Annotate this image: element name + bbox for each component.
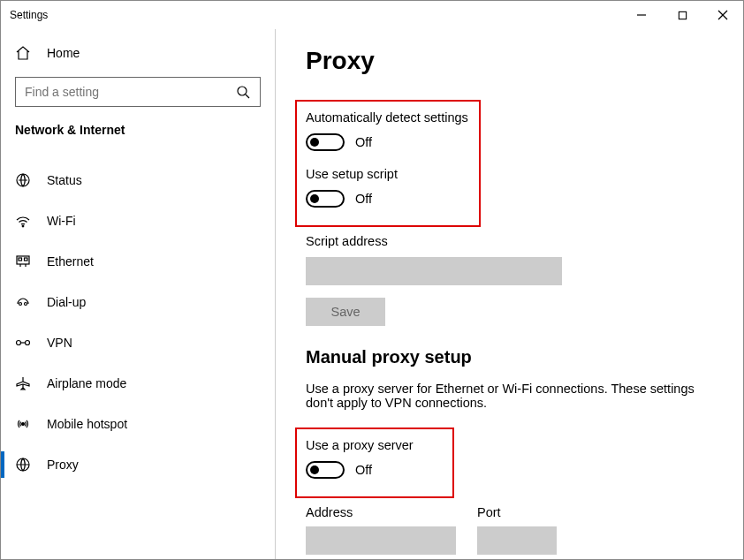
save-button[interactable]: Save <box>306 298 385 326</box>
sidebar-item-label: Dial-up <box>47 295 86 309</box>
svg-point-18 <box>22 423 25 426</box>
proxy-icon <box>15 457 31 473</box>
sidebar-item-label: Ethernet <box>47 254 94 269</box>
sidebar-item-label: Wi-Fi <box>47 214 76 228</box>
search-input[interactable] <box>25 85 235 99</box>
auto-detect-toggle[interactable] <box>306 133 345 151</box>
home-button[interactable]: Home <box>1 36 275 70</box>
window-title: Settings <box>10 9 48 21</box>
sidebar-item-hotspot[interactable]: Mobile hotspot <box>1 404 275 444</box>
search-box[interactable] <box>15 77 261 107</box>
home-icon <box>15 45 31 61</box>
sidebar-item-ethernet[interactable]: Ethernet <box>1 241 275 282</box>
sidebar: Home Network & Internet Status Wi-Fi <box>1 29 275 559</box>
home-label: Home <box>47 46 80 60</box>
window-controls <box>621 1 743 29</box>
wifi-icon <box>15 213 31 229</box>
page-title: Proxy <box>306 47 717 75</box>
vpn-icon <box>15 335 31 351</box>
close-button[interactable] <box>702 1 743 29</box>
highlight-box-manual: Use a proxy server Off <box>295 428 454 498</box>
setup-script-label: Use setup script <box>306 167 468 181</box>
sidebar-nav: Status Wi-Fi Ethernet Dial-up <box>1 160 275 485</box>
sidebar-item-label: Proxy <box>47 458 79 472</box>
sidebar-item-status[interactable]: Status <box>1 160 275 201</box>
hotspot-icon <box>15 416 31 432</box>
use-proxy-state: Off <box>355 463 372 477</box>
use-proxy-toggle[interactable] <box>306 461 345 479</box>
svg-rect-10 <box>25 258 28 261</box>
svg-rect-1 <box>679 11 686 19</box>
highlight-box-auto: Automatically detect settings Off Use se… <box>295 100 481 227</box>
maximize-button[interactable] <box>662 1 702 29</box>
minimize-button[interactable] <box>621 1 662 29</box>
sidebar-item-dialup[interactable]: Dial-up <box>1 282 275 322</box>
manual-description: Use a proxy server for Ethernet or Wi-Fi… <box>306 382 695 410</box>
sidebar-item-label: Status <box>47 173 82 187</box>
script-address-input[interactable] <box>306 257 562 285</box>
titlebar: Settings <box>1 1 743 29</box>
status-icon <box>15 172 31 188</box>
port-input[interactable] <box>477 526 557 555</box>
main-panel: Proxy Automatically detect settings Off … <box>276 29 743 559</box>
script-address-label: Script address <box>306 234 717 248</box>
svg-point-4 <box>238 87 247 95</box>
auto-detect-label: Automatically detect settings <box>306 110 468 125</box>
address-label: Address <box>306 505 456 519</box>
svg-point-7 <box>22 225 24 227</box>
svg-point-13 <box>19 303 22 306</box>
svg-point-16 <box>26 341 30 345</box>
sidebar-item-airplane[interactable]: Airplane mode <box>1 363 275 404</box>
sidebar-item-vpn[interactable]: VPN <box>1 322 275 363</box>
airplane-icon <box>15 375 31 391</box>
sidebar-item-wifi[interactable]: Wi-Fi <box>1 201 275 241</box>
port-label: Port <box>477 505 557 519</box>
svg-rect-9 <box>19 258 22 261</box>
use-proxy-label: Use a proxy server <box>306 438 442 452</box>
setup-script-toggle[interactable] <box>306 190 345 208</box>
address-input[interactable] <box>306 526 456 555</box>
sidebar-item-label: Mobile hotspot <box>47 417 127 431</box>
dialup-icon <box>15 294 31 310</box>
svg-point-15 <box>17 341 21 345</box>
sidebar-category: Network & Internet <box>1 123 275 148</box>
ethernet-icon <box>15 254 31 269</box>
sidebar-item-proxy[interactable]: Proxy <box>1 444 275 485</box>
svg-line-5 <box>246 95 249 98</box>
auto-detect-state: Off <box>355 135 372 149</box>
sidebar-item-label: VPN <box>47 336 72 350</box>
search-icon <box>235 84 251 100</box>
manual-heading: Manual proxy setup <box>306 347 717 367</box>
setup-script-state: Off <box>355 192 372 206</box>
sidebar-item-label: Airplane mode <box>47 376 126 390</box>
svg-point-14 <box>25 303 27 306</box>
